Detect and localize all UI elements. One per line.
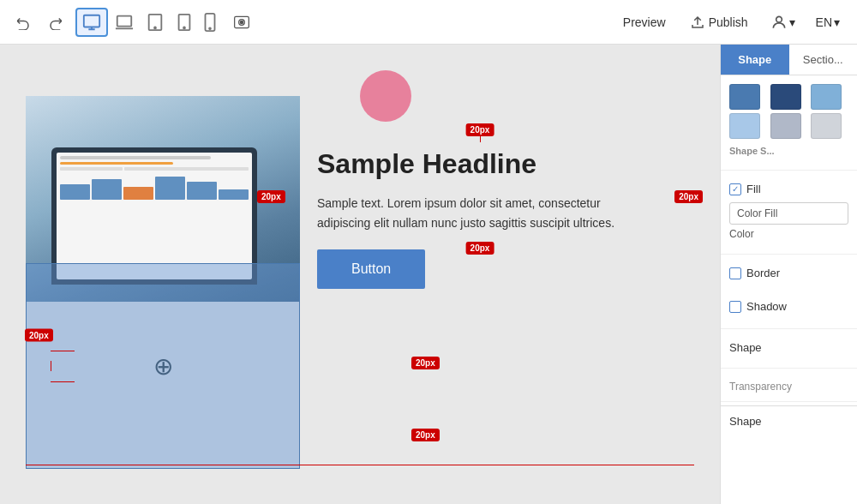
color-swatch-blue-darker[interactable]	[770, 84, 801, 110]
divider-2	[721, 254, 857, 255]
device-tablet-small-button[interactable]	[171, 9, 197, 35]
fill-section: Fill Color	[721, 174, 857, 250]
canvas-area[interactable]: ⊕ 20px 20px 20px 20px Sample Headline	[0, 45, 720, 504]
shadow-row: Shadow	[729, 300, 848, 313]
spacing-badge-left-text: 20px	[257, 190, 285, 203]
color-swatches-grid	[729, 84, 848, 139]
shape-colors-section: Shape S...	[721, 75, 857, 166]
color-swatch-blue-dark[interactable]	[729, 84, 760, 110]
red-guide-line-horizontal	[26, 465, 694, 465]
tab-section[interactable]: Sectio...	[789, 45, 858, 75]
svg-point-10	[240, 21, 243, 23]
chevron-down-icon: ▾	[789, 15, 795, 29]
spacing-badge-btn-bottom: 20px	[411, 429, 440, 441]
selected-element[interactable]: ⊕ 20px	[26, 263, 300, 469]
shape-section-label: Shape	[729, 341, 848, 354]
publish-button[interactable]: Publish	[681, 9, 757, 35]
device-mobile-button[interactable]	[199, 9, 221, 35]
redo-button[interactable]	[43, 11, 69, 33]
color-fill-input[interactable]	[729, 202, 848, 225]
spacing-badge-top: 20px	[466, 123, 494, 136]
border-label: Border	[746, 267, 780, 279]
spacing-badge-btn-top: 20px	[411, 357, 440, 369]
headline-text: Sample Headline	[317, 147, 643, 180]
screenshot-button[interactable]	[228, 10, 255, 34]
bottom-shape-label: Shape	[729, 415, 848, 428]
shadow-checkbox[interactable]	[729, 301, 741, 313]
decorative-circle	[360, 70, 411, 122]
device-desktop-button[interactable]	[75, 8, 108, 37]
bottom-shape-panel: Shape	[721, 405, 857, 441]
tab-shape[interactable]: Shape	[721, 45, 789, 75]
cta-button[interactable]: Button	[317, 249, 425, 289]
divider-4	[721, 368, 857, 369]
spacing-badge-right: 20px	[674, 190, 703, 203]
shadow-label: Shadow	[746, 300, 787, 313]
fill-label: Fill	[746, 183, 761, 195]
fill-checkbox[interactable]	[729, 183, 741, 195]
color-swatch-gray-medium[interactable]	[770, 113, 801, 139]
svg-point-11	[776, 16, 782, 22]
lang-chevron-icon: ▾	[834, 15, 840, 29]
spacing-badge-left: 20px	[25, 329, 53, 342]
divider-5	[721, 401, 857, 402]
svg-point-3	[154, 27, 156, 28]
border-section: Border	[721, 258, 857, 291]
color-swatch-blue-lighter[interactable]	[729, 113, 760, 139]
svg-point-5	[183, 27, 185, 28]
device-group	[75, 8, 221, 37]
shadow-section: Shadow	[721, 291, 857, 325]
language-selector-button[interactable]: EN ▾	[809, 10, 847, 34]
main-area: ⊕ 20px 20px 20px 20px Sample Headline	[0, 45, 857, 504]
border-row: Border	[729, 267, 848, 279]
right-panel: Shape Sectio... Shape S... Fill Color	[720, 45, 857, 504]
svg-rect-1	[117, 15, 132, 26]
toolbar: Preview Publish ▾ EN ▾	[0, 0, 857, 45]
divider-3	[721, 328, 857, 329]
fill-row: Fill	[729, 183, 848, 195]
svg-rect-0	[84, 15, 99, 27]
panel-tabs: Shape Sectio...	[721, 45, 857, 75]
shape-section: Shape	[721, 333, 857, 364]
divider-1	[721, 170, 857, 171]
text-block: 20px 20px 20px Sample Headline 20px Samp…	[300, 147, 660, 289]
move-cursor-icon: ⊕	[153, 352, 173, 381]
color-swatch-gray-light[interactable]	[811, 113, 842, 139]
preview-button[interactable]: Preview	[614, 10, 674, 34]
border-checkbox[interactable]	[729, 267, 741, 279]
body-text: Sample text. Lorem ipsum dolor sit amet,…	[317, 194, 643, 232]
user-account-button[interactable]: ▾	[764, 9, 802, 36]
undo-button[interactable]	[10, 11, 36, 33]
color-label: Color	[729, 228, 848, 240]
device-tablet-large-button[interactable]	[141, 9, 170, 35]
svg-point-7	[209, 27, 211, 29]
spacing-badge-middle: 20px	[466, 242, 494, 255]
device-laptop-button[interactable]	[110, 9, 139, 35]
color-swatch-blue-light[interactable]	[811, 84, 842, 110]
transparency-label: Transparency	[729, 381, 848, 393]
shape-style-label: Shape S...	[729, 146, 848, 156]
transparency-section: Transparency	[721, 372, 857, 398]
